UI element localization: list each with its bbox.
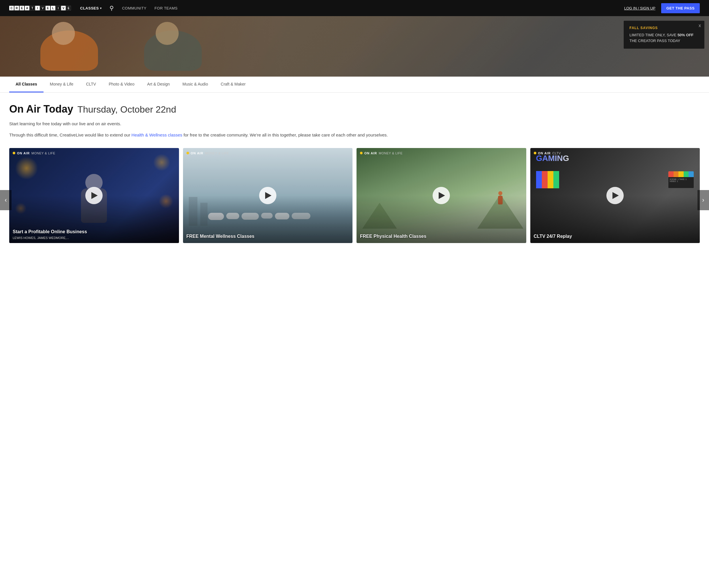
- play-button-2[interactable]: [259, 187, 277, 204]
- play-icon-3: [439, 192, 445, 199]
- logo-e2: E: [46, 6, 50, 10]
- category-label-2: MONEY & LIFE: [205, 151, 229, 155]
- card-4-title: CLTV 24/7 Replay: [534, 233, 697, 240]
- on-air-dot: [13, 152, 15, 155]
- logo-i: I: [35, 6, 40, 10]
- cards-row: ON AIR MONEY & LIFE Start a Profitable O…: [0, 148, 709, 243]
- card-1-bottom: Start a Profitable Online Business LEWIS…: [13, 229, 176, 240]
- cards-wrapper: ‹ ON AIR MONE: [0, 148, 709, 252]
- play-icon-2: [265, 192, 271, 199]
- on-air-label-2: ON AIR: [191, 151, 204, 155]
- logo-v1: V: [41, 6, 45, 10]
- card-4-tag: ON AIR CLTV: [534, 151, 561, 155]
- card-3-tag: ON AIR MONEY & LIFE: [360, 151, 403, 155]
- community-nav-item[interactable]: COMMUNITY: [122, 6, 147, 10]
- on-air-label: ON AIR: [17, 151, 30, 155]
- tab-music-audio[interactable]: Music & Audio: [176, 77, 214, 92]
- popup-text-suffix: THE CREATOR PASS TODAY: [629, 38, 680, 43]
- login-label: LOG IN / SIGN UP: [624, 6, 655, 10]
- on-air-heading: On Air Today Thursday, October 22nd: [9, 103, 700, 115]
- hero-image: [0, 16, 709, 77]
- on-air-dot-4: [534, 152, 536, 155]
- community-label: COMMUNITY: [122, 6, 147, 10]
- category-label: MONEY & LIFE: [31, 151, 55, 155]
- chevron-down-icon: ▾: [100, 7, 102, 10]
- logo-i2: I: [56, 6, 60, 10]
- logo-l: L: [51, 6, 55, 10]
- search-button[interactable]: ⚲: [109, 5, 114, 11]
- logo-e3: E: [66, 6, 71, 10]
- chevron-left-icon: ‹: [5, 196, 7, 204]
- card-2-bottom: FREE Mental Wellness Classes: [186, 233, 349, 240]
- logo-r: R: [15, 6, 19, 10]
- on-air-dot-3: [360, 152, 363, 155]
- on-air-date: Thursday, October 22nd: [77, 104, 176, 115]
- popup-text-prefix: LIMITED TIME ONLY, SAVE: [629, 33, 678, 37]
- card-1[interactable]: ON AIR MONEY & LIFE Start a Profitable O…: [9, 148, 179, 243]
- card-3-bottom: FREE Physical Health Classes: [360, 233, 523, 240]
- card-4-bottom: CLTV 24/7 Replay: [534, 233, 697, 240]
- classes-label: CLASSES: [80, 6, 99, 10]
- card-1-title: Start a Profitable Online Business: [13, 229, 176, 235]
- on-air-subtitle: Start learning for free today with our l…: [9, 120, 700, 127]
- logo-v2: V: [61, 6, 66, 10]
- tab-craft-maker[interactable]: Craft & Maker: [214, 77, 252, 92]
- play-icon: [91, 192, 98, 199]
- para-prefix: Through this difficult time, CreativeLiv…: [9, 133, 131, 137]
- get-pass-button[interactable]: GET THE PASS: [661, 3, 700, 13]
- logo[interactable]: C R E A T I V E L I V E: [9, 6, 71, 10]
- popup-title: FALL SAVINGS: [629, 26, 699, 30]
- tab-cltv[interactable]: CLTV: [80, 77, 102, 92]
- popup-text-bold: 50% OFF: [678, 33, 694, 37]
- card-2-title: FREE Mental Wellness Classes: [186, 233, 349, 240]
- card-3[interactable]: ON AIR MONEY & LIFE FREE Physical Health…: [357, 148, 526, 243]
- wellness-link[interactable]: Health & Wellness classes: [131, 133, 182, 137]
- category-tabs: All Classes Money & Life CLTV Photo & Vi…: [0, 77, 709, 93]
- on-air-title: On Air Today: [9, 103, 73, 115]
- card-3-title: FREE Physical Health Classes: [360, 233, 523, 240]
- card-1-subtitle: LEWIS HOWES, JAMES WEDMORE,...: [13, 236, 176, 240]
- card-1-tag: ON AIR MONEY & LIFE: [13, 151, 55, 155]
- logo-a: A: [25, 6, 29, 10]
- on-air-label-3: ON AIR: [364, 151, 377, 155]
- category-label-4: CLTV: [552, 151, 561, 155]
- main-content: On Air Today Thursday, October 22nd Star…: [0, 93, 709, 252]
- classes-nav-item[interactable]: CLASSES ▾: [80, 6, 101, 10]
- play-icon-4: [612, 192, 619, 199]
- tab-money-life[interactable]: Money & Life: [44, 77, 80, 92]
- navbar: C R E A T I V E L I V E CLASSES ▾ ⚲ COMM…: [0, 0, 709, 16]
- on-air-label-4: ON AIR: [538, 151, 551, 155]
- for-teams-label: FOR TEAMS: [155, 6, 178, 10]
- logo-c: C: [9, 6, 14, 10]
- login-link[interactable]: LOG IN / SIGN UP: [624, 6, 655, 10]
- for-teams-nav-item[interactable]: FOR TEAMS: [155, 6, 178, 10]
- card-2[interactable]: ON AIR MONEY & LIFE FREE Mental Wellness…: [183, 148, 353, 243]
- tab-photo-video[interactable]: Photo & Video: [102, 77, 141, 92]
- logo-t: T: [30, 6, 34, 10]
- tab-art-design[interactable]: Art & Design: [141, 77, 176, 92]
- chevron-right-icon: ›: [702, 196, 704, 204]
- popup-close-button[interactable]: x: [699, 23, 701, 28]
- next-arrow[interactable]: ›: [698, 190, 709, 210]
- card-2-tag: ON AIR MONEY & LIFE: [186, 151, 229, 155]
- tab-all-classes[interactable]: All Classes: [9, 77, 44, 92]
- prev-arrow[interactable]: ‹: [0, 190, 11, 210]
- play-button[interactable]: [85, 187, 103, 204]
- logo-e1: E: [20, 6, 24, 10]
- on-air-description: Through this difficult time, CreativeLiv…: [9, 131, 700, 139]
- fall-savings-popup: x FALL SAVINGS LIMITED TIME ONLY, SAVE 5…: [624, 21, 704, 49]
- on-air-dot-2: [186, 152, 189, 155]
- card-4[interactable]: GAMING SCENE: 1 TAKE: 1 VIDEO: 1: [530, 148, 700, 243]
- play-button-4[interactable]: [606, 187, 624, 204]
- category-label-3: MONEY & LIFE: [379, 151, 403, 155]
- para-suffix: for free to the creative community. We’r…: [182, 133, 388, 137]
- hero-section: x FALL SAVINGS LIMITED TIME ONLY, SAVE 5…: [0, 16, 709, 77]
- popup-body: LIMITED TIME ONLY, SAVE 50% OFF THE CREA…: [629, 32, 699, 44]
- search-icon: ⚲: [109, 5, 114, 11]
- play-button-3[interactable]: [432, 187, 450, 204]
